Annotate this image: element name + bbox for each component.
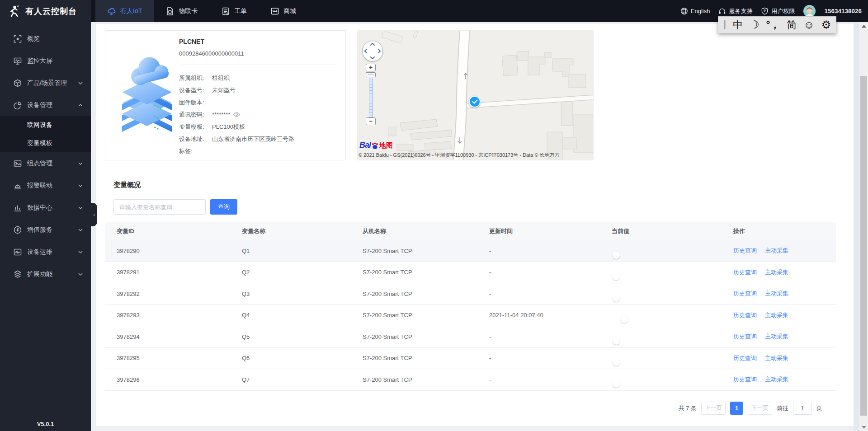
chevron-down-icon — [78, 184, 83, 187]
sidebar-subitem-networked-devices[interactable]: 联网设备 — [0, 116, 91, 134]
map-zoom-slider-track[interactable] — [369, 78, 373, 117]
table-row: 3978296 Q7 S7-200 Smart TCP - 历史查询主动采集 — [105, 369, 836, 391]
field-label: 固件版本: — [179, 98, 212, 107]
active-collect-link[interactable]: 主动采集 — [765, 247, 788, 254]
user-avatar[interactable] — [803, 5, 816, 17]
cell-update-time: - — [477, 333, 600, 340]
tab-iot-card[interactable]: 物联卡 — [154, 0, 209, 22]
map-zoom-in-button[interactable]: + — [366, 64, 376, 71]
user-permission[interactable]: 用户权限 — [761, 7, 795, 15]
sidebar-item-product-scene[interactable]: 产品/场景管理 — [0, 72, 91, 94]
chevron-down-icon — [78, 229, 83, 231]
cloud-icon — [107, 7, 116, 16]
ime-toolbar[interactable]: 中 ☽ °， 简 ☺ ⚙ — [718, 16, 836, 33]
baidu-paw-icon — [371, 142, 379, 150]
history-query-link[interactable]: 历史查询 — [733, 269, 757, 276]
history-query-link[interactable]: 历史查询 — [733, 376, 757, 383]
scrollbar-down-arrow[interactable] — [859, 423, 868, 431]
bar-chart-icon — [14, 204, 22, 212]
ime-mode-chinese[interactable]: 中 — [733, 20, 743, 30]
service-support-label: 服务支持 — [729, 7, 752, 15]
ime-smiley-icon[interactable]: ☺ — [803, 19, 815, 30]
cube-icon — [14, 79, 22, 87]
cell-variable-id: 3978291 — [105, 269, 230, 276]
table-header-row: 变量ID 变量名称 从机名称 更新时间 当前值 操作 — [105, 222, 836, 240]
field-value: 山东省济南市历下区茂岭三号路 — [212, 135, 294, 143]
storefront-icon — [270, 7, 279, 16]
language-switch[interactable]: English — [680, 7, 710, 15]
sidebar-item-extensions[interactable]: 扩展功能 — [0, 263, 91, 285]
sidebar-item-overview[interactable]: 概览 — [0, 28, 91, 50]
language-label: English — [691, 8, 710, 14]
sidebar-item-value-added-services[interactable]: 增值服务 — [0, 219, 91, 241]
active-collect-link[interactable]: 主动采集 — [765, 355, 788, 361]
history-query-link[interactable]: 历史查询 — [733, 312, 757, 319]
sidebar-item-alarm-linkage[interactable]: 报警联动 — [0, 174, 91, 197]
scrollbar-thumb[interactable] — [860, 76, 867, 416]
divider — [179, 65, 338, 65]
history-query-link[interactable]: 历史查询 — [733, 290, 757, 297]
sidebar-label: 报警联动 — [27, 182, 52, 190]
sidebar-collapse-handle[interactable]: ‹ — [91, 203, 97, 226]
active-collect-link[interactable]: 主动采集 — [765, 333, 788, 340]
sidebar-label: 组态管理 — [27, 159, 52, 168]
sidebar-item-device-management[interactable]: 设备管理 — [0, 94, 91, 116]
map-pan-control[interactable] — [362, 41, 383, 61]
device-fields: 所属组织:根组织 设备型号:未知型号 固件版本: 通讯密码: ******** … — [179, 72, 294, 157]
col-header-actions: 操作 — [722, 227, 836, 235]
cell-slave-name: S7-200 Smart TCP — [351, 269, 477, 276]
table-row: 3978295 Q6 S7-200 Smart TCP - 历史查询主动采集 — [105, 348, 836, 370]
tab-mall[interactable]: 商城 — [259, 0, 308, 22]
chevron-down-icon — [78, 251, 83, 253]
user-phone[interactable]: 15634138026 — [824, 8, 862, 14]
cell-variable-id: 3978294 — [105, 333, 230, 340]
inner-scroll-strip[interactable] — [854, 22, 859, 431]
logo-area[interactable]: 有人云控制台 — [0, 0, 91, 22]
baidu-map[interactable]: + − Bai 地图 © 2021 Baidu - GS(2021)6026号 … — [357, 30, 594, 160]
map-zoom-slider-handle[interactable] — [366, 72, 376, 77]
sidebar-item-device-ops[interactable]: 设备运维 — [0, 241, 91, 263]
variable-search-input[interactable] — [113, 199, 206, 215]
prev-page-button[interactable]: 上一页 — [701, 402, 726, 415]
device-name: PLCNET — [179, 38, 244, 45]
active-collect-link[interactable]: 主动采集 — [765, 312, 788, 319]
sidebar-item-monitor-screen[interactable]: 监控大屏 — [0, 50, 91, 72]
ime-moon-icon[interactable]: ☽ — [750, 19, 760, 30]
col-header-variable-id: 变量ID — [105, 227, 230, 235]
col-header-variable-name: 变量名称 — [230, 227, 351, 235]
table-row: 3978292 Q3 S7-200 Smart TCP - 历史查询主动采集 — [105, 283, 836, 305]
history-query-link[interactable]: 历史查询 — [733, 355, 757, 361]
sidebar-item-scada[interactable]: 组态管理 — [0, 152, 91, 174]
cell-variable-name: Q1 — [230, 248, 351, 254]
goto-page-input[interactable] — [793, 402, 812, 415]
tab-usr-iot[interactable]: 有人IoT — [95, 0, 154, 22]
ime-simplified[interactable]: 简 — [787, 20, 797, 30]
active-collect-link[interactable]: 主动采集 — [765, 376, 788, 383]
ime-punctuation[interactable]: °， — [766, 20, 780, 30]
field-label: 变量模板: — [179, 123, 212, 131]
scrollbar-up-arrow[interactable] — [859, 22, 868, 30]
search-button[interactable]: 查询 — [210, 199, 237, 215]
ime-drag-handle[interactable] — [724, 20, 726, 29]
eye-icon[interactable] — [233, 112, 240, 117]
map-marker[interactable] — [469, 96, 481, 108]
cell-slave-name: S7-200 Smart TCP — [351, 248, 477, 254]
baidu-logo: Bai 地图 — [359, 141, 393, 150]
history-query-link[interactable]: 历史查询 — [733, 247, 757, 254]
chevron-down-icon — [78, 82, 83, 84]
sidebar-item-data-center[interactable]: 数据中心 — [0, 197, 91, 219]
history-query-link[interactable]: 历史查询 — [733, 333, 757, 340]
page-number-1[interactable]: 1 — [730, 402, 743, 415]
main-content: PLCNET 00092846000000000011 所属组织:根组织 设备型… — [91, 22, 868, 431]
active-collect-link[interactable]: 主动采集 — [765, 269, 788, 276]
ime-gear-icon[interactable]: ⚙ — [821, 19, 831, 30]
cell-update-time: - — [477, 290, 600, 297]
browser-scrollbar[interactable] — [859, 22, 868, 431]
active-collect-link[interactable]: 主动采集 — [765, 290, 788, 297]
service-support[interactable]: 服务支持 — [718, 7, 752, 15]
cell-variable-name: Q4 — [230, 312, 351, 319]
sidebar-subitem-variable-templates[interactable]: 变量模板 — [0, 134, 91, 152]
tab-work-order[interactable]: 工单 — [209, 0, 259, 22]
next-page-button[interactable]: 下一页 — [748, 402, 772, 415]
map-zoom-out-button[interactable]: − — [366, 117, 376, 125]
